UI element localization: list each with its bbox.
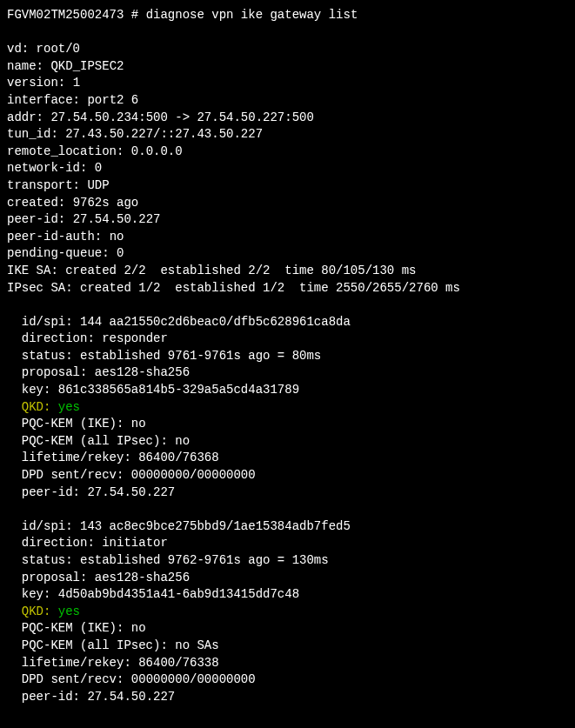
lifetime-label: lifetime/rekey: bbox=[22, 451, 138, 464]
status-label: status: bbox=[22, 349, 80, 363]
id-spi-label: id/spi: bbox=[22, 315, 80, 329]
peer-id-value: 27.54.50.227 bbox=[87, 690, 175, 704]
sa0-peer-id-line: peer-id: 27.54.50.227 bbox=[7, 484, 568, 502]
proposal-label: proposal: bbox=[22, 571, 95, 584]
proposal-value: aes128-sha256 bbox=[95, 571, 190, 584]
pending-queue-label: pending-queue: bbox=[7, 246, 117, 260]
pqc-kem-ike-value: no bbox=[131, 621, 146, 635]
sa0-key-line: key: 861c338565a814b5-329a5a5cd4a31789 bbox=[7, 382, 568, 399]
addr-value: 27.54.50.234:500 -> 27.54.50.227:500 bbox=[50, 110, 313, 124]
sa0-qkd-line: QKD: yes bbox=[7, 399, 568, 417]
hostname: FGVM02TM25002473 bbox=[7, 8, 124, 22]
id-spi-value: 143 ac8ec9bce275bbd9/1ae15384adb7fed5 bbox=[80, 519, 351, 533]
created-line: created: 9762s ago bbox=[7, 195, 568, 212]
blank-line bbox=[7, 24, 568, 42]
tun-id-label: tun_id: bbox=[7, 127, 65, 141]
id-spi-label: id/spi: bbox=[22, 519, 80, 533]
key-value: 4d50ab9bd4351a41-6ab9d13415dd7c48 bbox=[58, 587, 299, 601]
pending-queue-line: pending-queue: 0 bbox=[7, 245, 568, 263]
pqc-kem-ipsec-value: no SAs bbox=[175, 638, 218, 652]
peer-id-label: peer-id: bbox=[22, 690, 88, 704]
sa1-pqc-kem-ike-line: PQC-KEM (IKE): no bbox=[7, 620, 568, 638]
sa1-id-spi-line: id/spi: 143 ac8ec9bce275bbd9/1ae15384adb… bbox=[7, 518, 568, 536]
created-value: 9762s ago bbox=[73, 196, 139, 210]
peer-id-auth-value: no bbox=[110, 230, 124, 244]
pqc-kem-ike-label: PQC-KEM (IKE) bbox=[22, 417, 117, 431]
status-label: status: bbox=[22, 553, 80, 567]
dpd-label: DPD sent/recv: bbox=[22, 468, 131, 482]
version-value: 1 bbox=[73, 76, 80, 90]
pending-queue-value: 0 bbox=[117, 246, 124, 260]
proposal-label: proposal: bbox=[22, 365, 95, 379]
interface-line: interface: port2 6 bbox=[7, 92, 568, 110]
pqc-kem-ike-value: no bbox=[131, 417, 146, 431]
command: diagnose vpn ike gateway list bbox=[146, 8, 358, 22]
transport-value: UDP bbox=[87, 178, 109, 192]
sa0-lifetime-line: lifetime/rekey: 86400/76368 bbox=[7, 450, 568, 467]
proposal-value: aes128-sha256 bbox=[95, 365, 190, 379]
pqc-kem-ike-label: PQC-KEM (IKE) bbox=[22, 621, 117, 635]
sa1-dpd-line: DPD sent/recv: 00000000/00000000 bbox=[7, 671, 568, 689]
sa0-pqc-kem-ipsec-line: PQC-KEM (all IPsec): no bbox=[7, 433, 568, 451]
pqc-kem-ike-colon: : bbox=[117, 621, 131, 635]
remote-location-label: remote_location: bbox=[7, 144, 131, 158]
network-id-line: network-id: 0 bbox=[7, 160, 568, 177]
pqc-kem-ipsec-label: PQC-KEM (all IPsec): bbox=[22, 638, 175, 652]
interface-value: port2 6 bbox=[87, 93, 138, 107]
network-id-value: 0 bbox=[95, 161, 102, 175]
vd-value: root/0 bbox=[37, 42, 80, 56]
sa0-proposal-line: proposal: aes128-sha256 bbox=[7, 364, 568, 382]
sa1-direction-line: direction: initiator bbox=[7, 535, 568, 552]
id-spi-value: 144 aa21550c2d6beac0/dfb5c628961ca8da bbox=[80, 315, 351, 329]
key-value: 861c338565a814b5-329a5a5cd4a31789 bbox=[58, 383, 299, 397]
peer-id-auth-label: peer-id-auth: bbox=[7, 230, 110, 244]
name-line: name: QKD_IPSEC2 bbox=[7, 58, 568, 76]
sa1-pqc-kem-ipsec-line: PQC-KEM (all IPsec): no SAs bbox=[7, 638, 568, 655]
lifetime-value: 86400/76368 bbox=[138, 451, 218, 464]
blank-line bbox=[7, 297, 568, 314]
remote-location-line: remote_location: 0.0.0.0 bbox=[7, 144, 568, 161]
version-label: version: bbox=[7, 76, 73, 90]
ipsec-sa-line: IPsec SA: created 1/2 established 1/2 ti… bbox=[7, 280, 568, 297]
sa1-key-line: key: 4d50ab9bd4351a41-6ab9d13415dd7c48 bbox=[7, 586, 568, 604]
transport-line: transport: UDP bbox=[7, 177, 568, 195]
direction-label: direction: bbox=[22, 331, 102, 345]
vd-label: vd: bbox=[7, 42, 37, 56]
peer-id-label: peer-id: bbox=[7, 212, 73, 226]
key-label: key: bbox=[22, 587, 58, 601]
key-label: key: bbox=[22, 383, 58, 397]
sa1-peer-id-line: peer-id: 27.54.50.227 bbox=[7, 689, 568, 706]
direction-label: direction: bbox=[22, 536, 102, 550]
sa0-pqc-kem-ike-line: PQC-KEM (IKE): no bbox=[7, 416, 568, 433]
remote-location-value: 0.0.0.0 bbox=[131, 144, 183, 158]
lifetime-value: 86400/76338 bbox=[138, 656, 218, 670]
lifetime-label: lifetime/rekey: bbox=[22, 656, 138, 670]
tun-id-line: tun_id: 27.43.50.227/::27.43.50.227 bbox=[7, 126, 568, 144]
created-label: created: bbox=[7, 196, 73, 210]
qkd-value: yes bbox=[58, 604, 80, 618]
version-line: version: 1 bbox=[7, 75, 568, 92]
qkd-label: QKD: bbox=[22, 604, 58, 618]
direction-value: initiator bbox=[102, 536, 168, 550]
peer-id-auth-line: peer-id-auth: no bbox=[7, 229, 568, 246]
dpd-value: 00000000/00000000 bbox=[131, 672, 256, 686]
sa0-status-line: status: established 9761-9761s ago = 80m… bbox=[7, 348, 568, 365]
sa1-lifetime-line: lifetime/rekey: 86400/76338 bbox=[7, 655, 568, 672]
prompt-separator: # bbox=[124, 8, 145, 22]
addr-line: addr: 27.54.50.234:500 -> 27.54.50.227:5… bbox=[7, 110, 568, 127]
dpd-value: 00000000/00000000 bbox=[131, 468, 256, 482]
sa1-qkd-line: QKD: yes bbox=[7, 604, 568, 621]
vd-line: vd: root/0 bbox=[7, 41, 568, 58]
interface-label: interface: bbox=[7, 93, 87, 107]
peer-id-label: peer-id: bbox=[22, 485, 88, 499]
transport-label: transport: bbox=[7, 178, 87, 192]
pqc-kem-ike-colon: : bbox=[117, 417, 131, 431]
ike-sa-line: IKE SA: created 2/2 established 2/2 time… bbox=[7, 263, 568, 280]
blank-line bbox=[7, 501, 568, 518]
sa1-proposal-line: proposal: aes128-sha256 bbox=[7, 570, 568, 587]
peer-id-value: 27.54.50.227 bbox=[87, 485, 175, 499]
name-value: QKD_IPSEC2 bbox=[50, 59, 124, 73]
direction-value: responder bbox=[102, 331, 168, 345]
status-value: established 9761-9761s ago = 80ms bbox=[80, 349, 321, 363]
sa1-status-line: status: established 9762-9761s ago = 130… bbox=[7, 552, 568, 570]
